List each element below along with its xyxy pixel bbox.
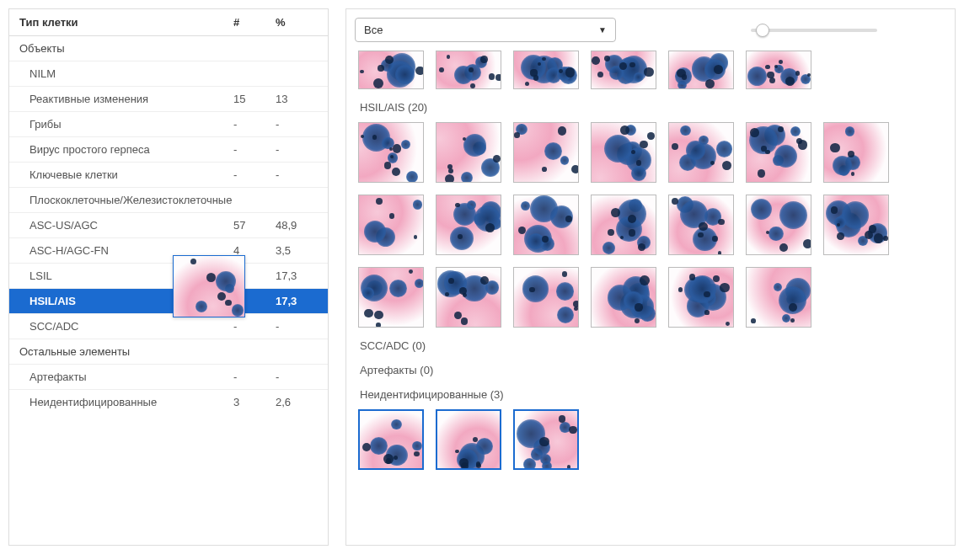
row-percent — [276, 345, 318, 358]
cell-thumbnail[interactable] — [591, 122, 656, 183]
section-title-artefacts: Артефакты (0) — [360, 364, 943, 376]
table-row[interactable]: ASC-H/AGC-FN43,5 — [9, 238, 328, 264]
cell-thumbnail[interactable] — [436, 267, 501, 328]
cell-thumbnail[interactable] — [591, 195, 656, 255]
row-count: - — [233, 168, 276, 181]
row-label: Объекты — [19, 42, 233, 55]
table-row[interactable]: SCC/ADC-- — [9, 314, 328, 339]
table-header: Тип клетки # % — [9, 9, 328, 36]
cell-thumbnail[interactable] — [591, 51, 656, 89]
cell-thumbnail[interactable] — [668, 267, 734, 328]
cell-thumbnail[interactable] — [436, 51, 501, 89]
row-count: 15 — [233, 93, 276, 105]
cell-thumbnail[interactable] — [513, 195, 579, 255]
cell-thumbnail[interactable] — [823, 122, 889, 183]
row-count: 3 — [233, 396, 276, 408]
row-label: Ключевые клетки — [29, 168, 233, 181]
table-row[interactable]: Остальные элементы — [9, 339, 328, 365]
table-row[interactable]: Ключевые клетки-- — [9, 163, 328, 188]
row-percent: 2,6 — [276, 396, 318, 408]
section-title-hsil: HSIL/AIS (20) — [360, 101, 943, 114]
cell-thumbnail[interactable] — [668, 51, 734, 89]
row-label: NILM — [29, 67, 233, 80]
row-percent: - — [276, 320, 318, 333]
cell-thumbnail[interactable] — [358, 409, 424, 470]
filter-dropdown[interactable]: Все ▼ — [355, 18, 616, 42]
row-count — [233, 67, 276, 80]
row-label: Грибы — [29, 118, 233, 131]
row-label: Неидентифицированные — [29, 396, 233, 408]
row-count: 57 — [233, 219, 276, 232]
row-percent: - — [276, 168, 318, 181]
cell-thumbnail[interactable] — [358, 195, 424, 255]
row-count: - — [233, 118, 276, 131]
cell-thumbnail[interactable] — [513, 122, 579, 183]
header-name: Тип клетки — [19, 16, 233, 29]
row-percent: 17,3 — [276, 295, 318, 307]
section-title-unid: Неидентифицированные (3) — [360, 388, 943, 401]
row-percent — [276, 194, 318, 206]
table-row[interactable]: ASC-US/AGC5748,9 — [9, 213, 328, 238]
cell-thumbnail[interactable] — [513, 267, 579, 328]
row-percent: - — [276, 371, 318, 383]
table-row[interactable]: Реактивные изменения1513 — [9, 87, 328, 112]
table-row[interactable]: Объекты — [9, 36, 328, 61]
row-count: - — [233, 320, 276, 333]
row-percent: - — [276, 118, 318, 131]
caret-down-icon: ▼ — [598, 25, 607, 35]
row-percent — [276, 42, 318, 55]
header-percent: % — [276, 16, 318, 29]
row-percent: 17,3 — [276, 269, 318, 282]
zoom-slider-wrap — [633, 29, 946, 32]
row-label: Вирус простого герпеса — [29, 143, 233, 156]
gallery[interactable]: HSIL/AIS (20) SCC/ADC (0) Артефакты (0) … — [346, 51, 955, 545]
row-label: Артефакты — [29, 371, 233, 383]
table-row[interactable]: Грибы-- — [9, 112, 328, 137]
cell-thumbnail[interactable] — [746, 195, 811, 255]
row-count — [233, 345, 276, 358]
cell-thumbnail[interactable] — [513, 409, 579, 470]
row-percent: 13 — [276, 93, 318, 105]
dropdown-label: Все — [364, 24, 383, 36]
row-percent — [276, 67, 318, 80]
cell-thumbnail[interactable] — [358, 267, 424, 328]
gallery-panel: Все ▼ HSIL/AIS (20) SCC/ADC (0) Артефакт… — [345, 8, 956, 546]
row-count — [233, 194, 276, 206]
row-count: - — [233, 371, 276, 383]
cell-thumbnail[interactable] — [513, 51, 579, 89]
cell-thumbnail[interactable] — [358, 122, 424, 183]
slider-knob[interactable] — [756, 24, 769, 37]
table-row[interactable]: HSIL/AIS2017,3 — [9, 289, 328, 314]
table-row[interactable]: NILM — [9, 61, 328, 87]
cell-thumbnail[interactable] — [746, 122, 811, 183]
row-label: Остальные элементы — [19, 345, 233, 358]
cell-type-table: Тип клетки # % ОбъектыNILMРеактивные изм… — [8, 8, 329, 546]
cell-thumbnail[interactable] — [746, 51, 811, 89]
row-label: SCC/ADC — [29, 320, 233, 333]
cell-thumbnail[interactable] — [436, 122, 501, 183]
row-label: ASC-US/AGC — [29, 219, 233, 232]
row-label: Реактивные изменения — [29, 93, 233, 105]
cell-thumbnail[interactable] — [668, 195, 734, 255]
section-title-scc: SCC/ADC (0) — [360, 339, 943, 352]
row-count — [233, 42, 276, 55]
table-row[interactable]: Неидентифицированные32,6 — [9, 390, 328, 414]
zoom-slider[interactable] — [751, 29, 877, 32]
table-row[interactable]: Плоскоклеточные/Железистоклеточные — [9, 188, 328, 213]
row-percent: 3,5 — [276, 244, 318, 257]
cell-thumbnail[interactable] — [591, 267, 656, 328]
cell-thumbnail[interactable] — [436, 409, 501, 470]
cell-thumbnail[interactable] — [823, 195, 889, 255]
cell-thumbnail[interactable] — [668, 122, 734, 183]
table-row[interactable]: Артефакты-- — [9, 365, 328, 390]
cell-thumbnail[interactable] — [436, 195, 501, 255]
blank-area — [9, 414, 328, 545]
table-row[interactable]: Вирус простого герпеса-- — [9, 137, 328, 163]
row-label: Плоскоклеточные/Железистоклеточные — [29, 194, 233, 206]
cell-thumbnail[interactable] — [358, 51, 424, 89]
cell-thumbnail[interactable] — [746, 267, 811, 328]
table-row[interactable]: LSIL2017,3 — [9, 264, 328, 289]
header-count: # — [233, 16, 276, 29]
thumbnail-preview — [173, 255, 245, 317]
row-count: - — [233, 143, 276, 156]
